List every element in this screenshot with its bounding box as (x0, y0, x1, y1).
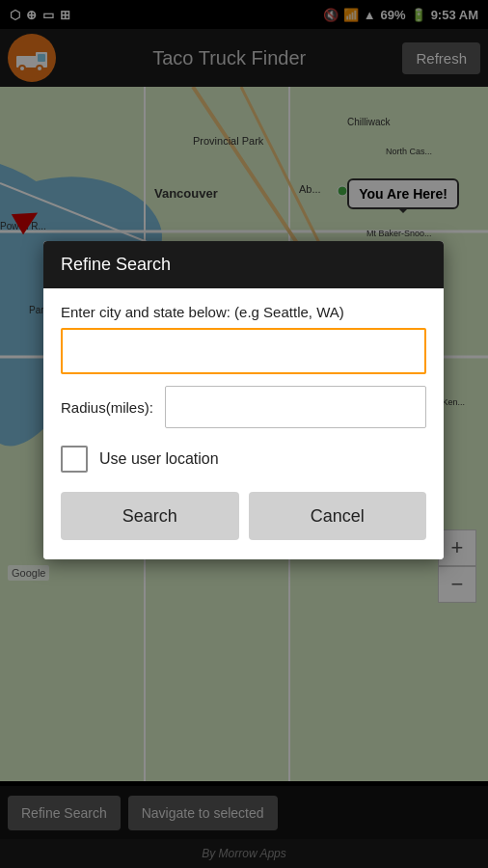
user-location-row: Use user location (61, 446, 426, 473)
city-label: Enter city and state below: (e.g Seattle… (61, 304, 426, 320)
cancel-button[interactable]: Cancel (249, 492, 427, 540)
dialog-title: Refine Search (43, 241, 444, 288)
radius-input[interactable] (165, 386, 426, 428)
radius-row: Radius(miles): (61, 386, 426, 428)
refine-search-dialog: Refine Search Enter city and state below… (43, 241, 444, 559)
user-location-label: Use user location (99, 450, 219, 468)
user-location-checkbox[interactable] (61, 446, 88, 473)
city-input[interactable] (61, 328, 426, 374)
dialog-buttons: Search Cancel (61, 492, 426, 540)
search-button[interactable]: Search (61, 492, 239, 540)
dialog-body: Enter city and state below: (e.g Seattle… (43, 288, 444, 559)
radius-label: Radius(miles): (61, 399, 153, 416)
